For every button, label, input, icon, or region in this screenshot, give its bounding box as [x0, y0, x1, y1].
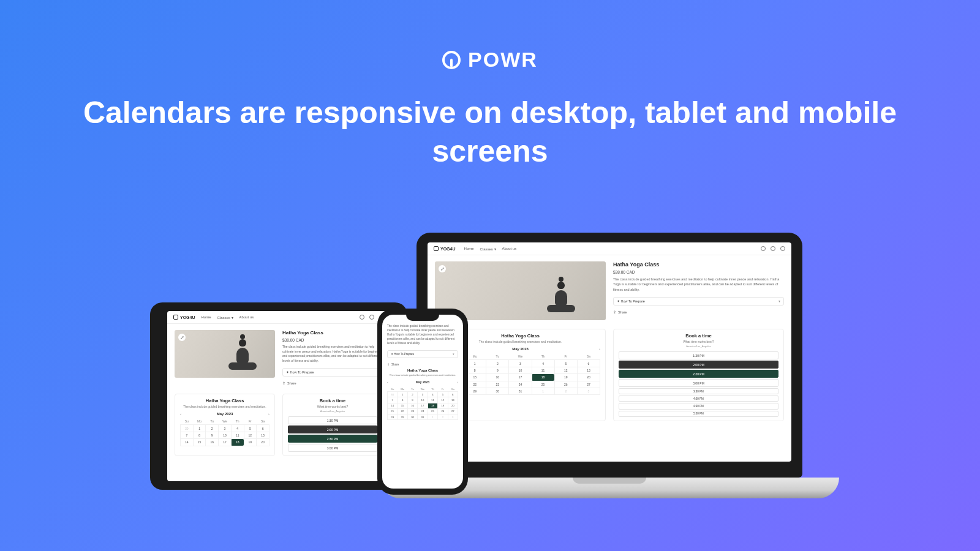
nav-classes[interactable]: Classes ▾	[480, 247, 496, 251]
calendar-day[interactable]: 10	[418, 397, 428, 403]
calendar-day[interactable]: 20	[577, 374, 600, 381]
calendar-day[interactable]: 6	[257, 425, 270, 432]
calendar-day[interactable]: 19	[438, 403, 448, 408]
time-slot[interactable]: 2:00 PM	[288, 425, 377, 433]
calendar-day[interactable]: 1	[193, 425, 206, 432]
time-slot[interactable]: 4:00 PM	[619, 395, 778, 402]
calendar-day[interactable]: 26	[554, 381, 577, 388]
calendar-day[interactable]: 3	[418, 392, 428, 397]
calendar-day[interactable]: 6	[577, 360, 600, 367]
calendar-day[interactable]: 13	[577, 367, 600, 373]
time-slot[interactable]: 3:00 PM	[619, 379, 778, 387]
calendar-day[interactable]: 31	[509, 388, 532, 394]
calendar-day[interactable]: 4	[428, 392, 437, 397]
calendar-day[interactable]: 20	[257, 439, 270, 446]
calendar-day[interactable]: 23	[407, 408, 417, 414]
calendar-day[interactable]: 17	[509, 374, 532, 381]
calendar-day[interactable]: 4	[532, 360, 554, 367]
calendar-day[interactable]: 16	[486, 374, 509, 381]
calendar-day[interactable]: 4	[231, 425, 244, 432]
calendar-day[interactable]: 3	[577, 388, 600, 394]
nav-about[interactable]: About us	[502, 247, 517, 251]
calendar-day[interactable]: 26	[438, 408, 448, 414]
accordion-prepare[interactable]: ✦ How To Prepare▾	[282, 368, 383, 377]
calendar-day[interactable]: 10	[219, 432, 232, 438]
search-icon[interactable]	[761, 246, 766, 251]
time-slot[interactable]: 2:30 PM	[619, 370, 778, 378]
share-button[interactable]: ⇪ Share	[282, 381, 383, 385]
product-image[interactable]: ⤢	[175, 330, 275, 378]
next-month[interactable]: ›	[457, 380, 458, 384]
calendar-day[interactable]: 17	[219, 439, 232, 446]
calendar-day[interactable]: 9	[486, 367, 509, 373]
calendar-day[interactable]: 8	[193, 432, 206, 438]
calendar-day[interactable]: 9	[407, 397, 417, 403]
calendar-day[interactable]: 27	[577, 381, 600, 388]
calendar-day[interactable]: 12	[438, 397, 448, 403]
time-slot[interactable]: 1:30 PM	[288, 416, 377, 424]
time-slot[interactable]: 1:30 PM	[619, 351, 778, 359]
calendar-day[interactable]: 30	[388, 392, 398, 397]
calendar-day[interactable]: 23	[486, 381, 509, 388]
calendar-day[interactable]: 31	[418, 414, 428, 419]
zoom-icon[interactable]: ⤢	[439, 265, 446, 272]
calendar-day[interactable]: 21	[388, 408, 398, 414]
calendar-day[interactable]: 5	[554, 360, 577, 367]
calendar-day[interactable]: 2	[486, 360, 509, 367]
calendar-day[interactable]: 25	[532, 381, 554, 388]
calendar-day[interactable]: 6	[448, 392, 458, 397]
prev-month[interactable]: ‹	[387, 380, 388, 384]
calendar-day[interactable]: 18	[428, 403, 437, 408]
prev-month[interactable]: ‹	[180, 412, 181, 416]
calendar-day[interactable]: 14	[181, 439, 194, 446]
calendar-day[interactable]: 3	[448, 414, 458, 419]
calendar-day[interactable]: 1	[428, 414, 437, 419]
calendar-day[interactable]: 30	[486, 388, 509, 394]
search-icon[interactable]	[360, 315, 364, 320]
calendar-day[interactable]: 25	[428, 408, 437, 414]
user-icon[interactable]	[369, 315, 374, 320]
time-slot[interactable]: 5:00 PM	[619, 411, 778, 417]
accordion-prepare[interactable]: ✦ How To Prepare ▾	[613, 297, 784, 305]
next-month[interactable]: ›	[599, 347, 600, 351]
calendar-day[interactable]: 12	[554, 367, 577, 373]
cart-icon[interactable]	[780, 246, 785, 251]
calendar-day[interactable]: 30	[407, 414, 417, 419]
time-slot[interactable]: 2:00 PM	[619, 361, 778, 369]
calendar-day[interactable]: 11	[532, 367, 554, 373]
calendar-day[interactable]: 17	[418, 403, 428, 408]
site-brand[interactable]: YOG4U	[173, 315, 195, 320]
site-brand[interactable]: YOG4U	[434, 246, 456, 251]
zoom-icon[interactable]: ⤢	[178, 334, 186, 341]
share-button[interactable]: ⇪ Share	[387, 363, 458, 366]
user-icon[interactable]	[771, 246, 775, 251]
calendar-day[interactable]: 10	[509, 367, 532, 373]
calendar-day[interactable]: 24	[509, 381, 532, 388]
calendar-day[interactable]: 16	[206, 439, 219, 446]
calendar-day[interactable]: 7	[181, 432, 194, 438]
calendar-day[interactable]: 8	[398, 397, 407, 403]
time-slot[interactable]: 4:30 PM	[619, 403, 778, 409]
calendar-day[interactable]: 11	[428, 397, 437, 403]
time-slot[interactable]: 2:30 PM	[288, 435, 377, 443]
calendar-day[interactable]: 18	[231, 439, 244, 446]
calendar-day[interactable]: 29	[398, 414, 407, 419]
calendar-day[interactable]: 30	[181, 425, 194, 432]
nav-home[interactable]: Home	[464, 247, 474, 251]
calendar-day[interactable]: 3	[509, 360, 532, 367]
calendar-day[interactable]: 15	[193, 439, 206, 446]
calendar-day[interactable]: 11	[231, 432, 244, 438]
calendar-day[interactable]: 13	[257, 432, 270, 438]
next-month[interactable]: ›	[268, 412, 270, 416]
nav-about[interactable]: About us	[239, 315, 254, 320]
calendar-day[interactable]: 18	[532, 374, 554, 381]
share-button[interactable]: ⇪ Share	[613, 310, 784, 314]
calendar-day[interactable]: 20	[448, 403, 458, 408]
time-slot[interactable]: 3:30 PM	[619, 388, 778, 394]
calendar-day[interactable]: 16	[407, 403, 417, 408]
calendar-day[interactable]: 14	[388, 403, 398, 408]
calendar-day[interactable]: 1	[532, 388, 554, 394]
calendar-day[interactable]: 5	[438, 392, 448, 397]
calendar-day[interactable]: 27	[448, 408, 458, 414]
calendar-day[interactable]: 15	[398, 403, 407, 408]
